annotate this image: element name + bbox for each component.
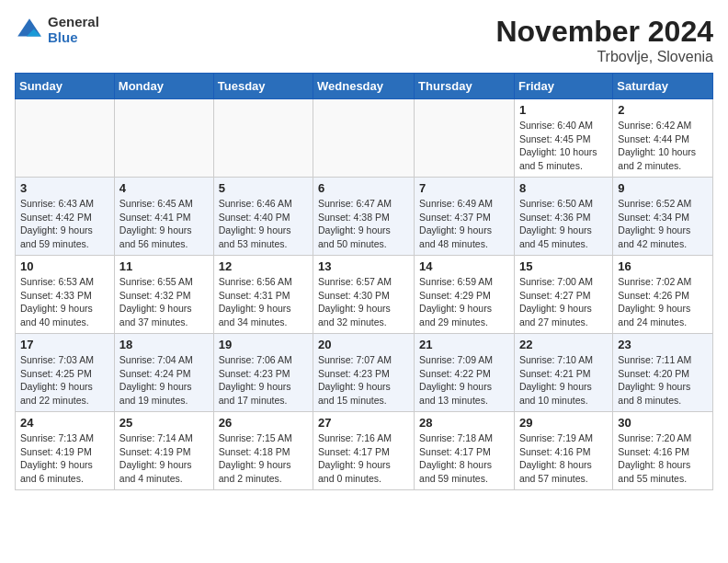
week-row-3: 10Sunrise: 6:53 AM Sunset: 4:33 PM Dayli… — [16, 256, 713, 334]
weekday-header-wednesday: Wednesday — [313, 74, 415, 99]
weekday-header-thursday: Thursday — [415, 74, 515, 99]
calendar-cell: 12Sunrise: 6:56 AM Sunset: 4:31 PM Dayli… — [213, 256, 313, 334]
day-info: Sunrise: 6:56 AM Sunset: 4:31 PM Dayligh… — [219, 275, 308, 329]
day-number: 22 — [519, 338, 608, 351]
day-number: 7 — [419, 181, 509, 195]
calendar-cell: 5Sunrise: 6:46 AM Sunset: 4:40 PM Daylig… — [213, 178, 313, 256]
month-title: November 2024 — [495, 15, 713, 49]
calendar-cell — [114, 99, 213, 178]
calendar-cell: 27Sunrise: 7:16 AM Sunset: 4:17 PM Dayli… — [313, 412, 415, 490]
day-number: 5 — [219, 181, 308, 195]
weekday-header-saturday: Saturday — [613, 74, 713, 99]
calendar-cell: 30Sunrise: 7:20 AM Sunset: 4:16 PM Dayli… — [613, 412, 713, 490]
day-number: 4 — [119, 181, 209, 195]
title-area: November 2024 Trbovlje, Slovenia — [495, 15, 713, 65]
day-info: Sunrise: 7:02 AM Sunset: 4:26 PM Dayligh… — [618, 275, 708, 329]
day-info: Sunrise: 6:40 AM Sunset: 4:45 PM Dayligh… — [519, 119, 608, 173]
day-info: Sunrise: 7:14 AM Sunset: 4:19 PM Dayligh… — [119, 431, 209, 486]
week-row-4: 17Sunrise: 7:03 AM Sunset: 4:25 PM Dayli… — [16, 334, 713, 412]
day-number: 6 — [318, 181, 409, 195]
calendar-cell: 6Sunrise: 6:47 AM Sunset: 4:38 PM Daylig… — [313, 178, 415, 256]
day-number: 17 — [20, 338, 109, 351]
calendar-cell: 28Sunrise: 7:18 AM Sunset: 4:17 PM Dayli… — [415, 412, 515, 490]
weekday-header-monday: Monday — [114, 74, 213, 99]
calendar-cell: 23Sunrise: 7:11 AM Sunset: 4:20 PM Dayli… — [613, 334, 713, 412]
day-number: 28 — [419, 416, 509, 430]
calendar-cell: 2Sunrise: 6:42 AM Sunset: 4:44 PM Daylig… — [613, 99, 713, 178]
calendar-cell: 13Sunrise: 6:57 AM Sunset: 4:30 PM Dayli… — [313, 256, 415, 334]
weekday-header-friday: Friday — [514, 74, 612, 99]
day-number: 25 — [119, 416, 209, 430]
day-number: 18 — [119, 338, 209, 351]
week-row-2: 3Sunrise: 6:43 AM Sunset: 4:42 PM Daylig… — [16, 178, 713, 256]
calendar-cell: 7Sunrise: 6:49 AM Sunset: 4:37 PM Daylig… — [415, 178, 515, 256]
day-number: 30 — [618, 416, 708, 430]
calendar-cell: 4Sunrise: 6:45 AM Sunset: 4:41 PM Daylig… — [114, 178, 213, 256]
day-info: Sunrise: 6:43 AM Sunset: 4:42 PM Dayligh… — [20, 197, 109, 251]
day-number: 8 — [519, 181, 608, 195]
day-info: Sunrise: 6:47 AM Sunset: 4:38 PM Dayligh… — [318, 197, 409, 251]
calendar-cell: 19Sunrise: 7:06 AM Sunset: 4:23 PM Dayli… — [213, 334, 313, 412]
day-info: Sunrise: 7:06 AM Sunset: 4:23 PM Dayligh… — [219, 353, 308, 408]
weekday-header-tuesday: Tuesday — [213, 74, 313, 99]
location: Trbovlje, Slovenia — [495, 49, 713, 65]
day-number: 3 — [20, 181, 109, 195]
day-info: Sunrise: 7:00 AM Sunset: 4:27 PM Dayligh… — [519, 275, 608, 329]
day-number: 16 — [618, 259, 708, 273]
day-number: 21 — [419, 338, 509, 351]
day-info: Sunrise: 6:52 AM Sunset: 4:34 PM Dayligh… — [618, 197, 708, 251]
day-number: 13 — [318, 259, 409, 273]
day-info: Sunrise: 7:09 AM Sunset: 4:22 PM Dayligh… — [419, 353, 509, 408]
calendar-cell: 22Sunrise: 7:10 AM Sunset: 4:21 PM Dayli… — [514, 334, 612, 412]
calendar-cell: 8Sunrise: 6:50 AM Sunset: 4:36 PM Daylig… — [514, 178, 612, 256]
day-info: Sunrise: 7:18 AM Sunset: 4:17 PM Dayligh… — [419, 431, 509, 486]
day-number: 9 — [618, 181, 708, 195]
day-number: 11 — [119, 259, 209, 273]
day-info: Sunrise: 7:20 AM Sunset: 4:16 PM Dayligh… — [618, 431, 708, 486]
day-info: Sunrise: 7:07 AM Sunset: 4:23 PM Dayligh… — [318, 353, 409, 408]
day-info: Sunrise: 6:50 AM Sunset: 4:36 PM Dayligh… — [519, 197, 608, 251]
day-info: Sunrise: 7:13 AM Sunset: 4:19 PM Dayligh… — [20, 431, 109, 486]
weekday-header-row: SundayMondayTuesdayWednesdayThursdayFrid… — [16, 74, 713, 99]
logo-general: General — [48, 15, 99, 30]
day-number: 24 — [20, 416, 109, 430]
calendar: SundayMondayTuesdayWednesdayThursdayFrid… — [15, 73, 713, 490]
day-number: 1 — [519, 103, 608, 117]
calendar-cell: 21Sunrise: 7:09 AM Sunset: 4:22 PM Dayli… — [415, 334, 515, 412]
calendar-cell: 9Sunrise: 6:52 AM Sunset: 4:34 PM Daylig… — [613, 178, 713, 256]
calendar-cell — [313, 99, 415, 178]
day-number: 14 — [419, 259, 509, 273]
day-info: Sunrise: 7:15 AM Sunset: 4:18 PM Dayligh… — [219, 431, 308, 486]
day-info: Sunrise: 7:16 AM Sunset: 4:17 PM Dayligh… — [318, 431, 409, 486]
day-info: Sunrise: 6:45 AM Sunset: 4:41 PM Dayligh… — [119, 197, 209, 251]
page-header: General Blue November 2024 Trbovlje, Slo… — [15, 15, 713, 65]
day-info: Sunrise: 6:59 AM Sunset: 4:29 PM Dayligh… — [419, 275, 509, 329]
calendar-cell: 10Sunrise: 6:53 AM Sunset: 4:33 PM Dayli… — [16, 256, 115, 334]
calendar-cell: 29Sunrise: 7:19 AM Sunset: 4:16 PM Dayli… — [514, 412, 612, 490]
day-number: 20 — [318, 338, 409, 351]
calendar-cell: 14Sunrise: 6:59 AM Sunset: 4:29 PM Dayli… — [415, 256, 515, 334]
calendar-cell: 24Sunrise: 7:13 AM Sunset: 4:19 PM Dayli… — [16, 412, 115, 490]
calendar-cell — [415, 99, 515, 178]
week-row-5: 24Sunrise: 7:13 AM Sunset: 4:19 PM Dayli… — [16, 412, 713, 490]
day-info: Sunrise: 7:10 AM Sunset: 4:21 PM Dayligh… — [519, 353, 608, 408]
calendar-cell: 3Sunrise: 6:43 AM Sunset: 4:42 PM Daylig… — [16, 178, 115, 256]
day-info: Sunrise: 7:19 AM Sunset: 4:16 PM Dayligh… — [519, 431, 608, 486]
day-info: Sunrise: 6:53 AM Sunset: 4:33 PM Dayligh… — [20, 275, 109, 329]
logo-icon — [15, 16, 44, 45]
day-number: 15 — [519, 259, 608, 273]
logo-blue: Blue — [48, 30, 99, 46]
day-info: Sunrise: 7:11 AM Sunset: 4:20 PM Dayligh… — [618, 353, 708, 408]
calendar-cell: 15Sunrise: 7:00 AM Sunset: 4:27 PM Dayli… — [514, 256, 612, 334]
day-number: 19 — [219, 338, 308, 351]
day-number: 12 — [219, 259, 308, 273]
day-number: 26 — [219, 416, 308, 430]
day-number: 10 — [20, 259, 109, 273]
day-info: Sunrise: 6:42 AM Sunset: 4:44 PM Dayligh… — [618, 119, 708, 173]
calendar-cell: 26Sunrise: 7:15 AM Sunset: 4:18 PM Dayli… — [213, 412, 313, 490]
day-info: Sunrise: 6:55 AM Sunset: 4:32 PM Dayligh… — [119, 275, 209, 329]
calendar-cell: 25Sunrise: 7:14 AM Sunset: 4:19 PM Dayli… — [114, 412, 213, 490]
logo: General Blue — [15, 15, 99, 45]
calendar-cell: 11Sunrise: 6:55 AM Sunset: 4:32 PM Dayli… — [114, 256, 213, 334]
calendar-cell: 17Sunrise: 7:03 AM Sunset: 4:25 PM Dayli… — [16, 334, 115, 412]
